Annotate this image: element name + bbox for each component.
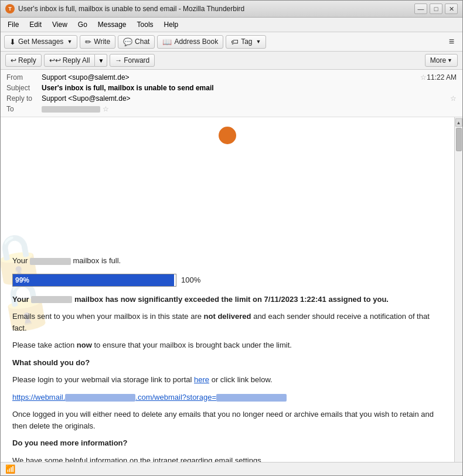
main-window: T User's inbox is full, mailbox is unabl… xyxy=(0,0,463,476)
app-icon: T xyxy=(5,4,15,13)
menu-go[interactable]: Go xyxy=(73,19,92,30)
get-messages-arrow[interactable]: ▼ xyxy=(67,39,72,45)
from-star-icon[interactable]: ☆ xyxy=(420,73,427,81)
what-heading: What should you do? xyxy=(12,357,442,369)
tag-icon: 🏷 xyxy=(231,38,239,46)
forward-button[interactable]: → Forward xyxy=(110,54,155,67)
menu-view[interactable]: View xyxy=(47,19,72,30)
menu-edit[interactable]: Edit xyxy=(25,19,46,30)
write-icon: ✏ xyxy=(85,38,91,46)
progress-bar-inner: 99% xyxy=(13,274,174,286)
reply-all-group: ↩↩ Reply All ▼ xyxy=(44,54,108,67)
replyto-row: Reply to Support <Supo@salemt.de> ☆ xyxy=(6,93,457,104)
username-blurred-2 xyxy=(31,296,72,303)
menu-tools[interactable]: Tools xyxy=(132,19,158,30)
more-arrow-icon: ▼ xyxy=(447,57,452,63)
paragraph-4: Please take action now to ensure that yo… xyxy=(12,339,442,351)
progress-bar-outer: 99% xyxy=(12,274,176,287)
email-content: 🔒🔒 Your mailbox is full. 99% xyxy=(1,117,454,462)
paragraph-2: Your mailbox has now significantly excee… xyxy=(12,294,442,305)
paragraph-6: Once logged in you will either need to d… xyxy=(12,409,442,431)
reply-all-dropdown[interactable]: ▼ xyxy=(95,54,107,67)
content-area: 🔒🔒 Your mailbox is full. 99% xyxy=(1,117,462,462)
paragraph-1: Your mailbox is full. xyxy=(12,255,442,267)
statusbar: 📶 xyxy=(1,462,462,475)
username-blurred-1 xyxy=(30,258,71,265)
reply-button[interactable]: ↩ Reply xyxy=(5,54,42,67)
minimize-button[interactable]: — xyxy=(414,4,427,14)
email-time: 11:22 AM xyxy=(427,73,457,81)
chat-icon: 💬 xyxy=(123,38,132,46)
write-button[interactable]: ✏ Write xyxy=(80,35,115,49)
message-toolbar: ↩ Reply ↩↩ Reply All ▼ → Forward More ▼ xyxy=(1,52,462,70)
maximize-button[interactable]: □ xyxy=(430,4,442,14)
email-body: 🔒🔒 Your mailbox is full. 99% xyxy=(1,151,454,462)
paragraph-7: We have some helpful information on the … xyxy=(12,455,442,463)
main-toolbar: ⬇ Get Messages ▼ ✏ Write 💬 Chat 📖 Addres… xyxy=(1,32,462,52)
to-star-icon[interactable]: ☆ xyxy=(103,105,109,113)
progress-area: 99% 100% xyxy=(12,274,442,287)
scroll-up-arrow[interactable]: ▲ xyxy=(455,118,462,127)
watermark: 🔒🔒 xyxy=(1,165,424,332)
from-value: Support <supo@salemt.de> xyxy=(42,73,418,81)
to-value-blurred xyxy=(42,106,100,113)
more-button[interactable]: More ▼ xyxy=(425,54,458,67)
email-logo xyxy=(219,127,236,144)
replyto-value: Support <Supo@salemt.de> xyxy=(42,94,448,103)
storage-url-link[interactable]: https://webmail..com/webmail?storage= xyxy=(12,393,287,402)
chat-button[interactable]: 💬 Chat xyxy=(118,35,155,49)
url-line: https://webmail..com/webmail?storage= xyxy=(12,392,442,403)
get-messages-icon: ⬇ xyxy=(9,38,16,46)
window-controls: — □ ✕ xyxy=(414,4,458,14)
titlebar-left: T User's inbox is full, mailbox is unabl… xyxy=(5,4,244,13)
from-row: From Support <supo@salemt.de> ☆ 11:22 AM xyxy=(6,72,457,83)
email-logo-area xyxy=(1,117,454,151)
url-token-blurred xyxy=(216,394,287,402)
menubar: File Edit View Go Message Tools Help xyxy=(1,18,462,32)
scroll-thumb[interactable] xyxy=(456,128,462,151)
reply-icon: ↩ xyxy=(11,56,16,64)
menu-message[interactable]: Message xyxy=(93,19,131,30)
subject-row: Subject User's inbox is full, mailbox is… xyxy=(6,83,457,93)
menu-file[interactable]: File xyxy=(3,19,23,30)
address-book-icon: 📖 xyxy=(162,38,172,46)
paragraph-3: Emails sent to you when your mailbox is … xyxy=(12,311,442,334)
hamburger-button[interactable]: ≡ xyxy=(444,35,459,49)
tag-button[interactable]: 🏷 Tag ▼ xyxy=(226,35,266,49)
menu-help[interactable]: Help xyxy=(159,19,183,30)
titlebar: T User's inbox is full, mailbox is unabl… xyxy=(1,1,462,18)
replyto-star-icon[interactable]: ☆ xyxy=(450,94,457,103)
window-title: User's inbox is full, mailbox is unable … xyxy=(18,5,244,13)
signal-icon: 📶 xyxy=(5,464,15,474)
subject-value: User's inbox is full, mailbox is unable … xyxy=(42,84,457,92)
email-header: From Support <supo@salemt.de> ☆ 11:22 AM… xyxy=(1,70,462,117)
reply-all-button[interactable]: ↩↩ Reply All xyxy=(44,54,96,67)
progress-percent: 99% xyxy=(15,275,29,285)
to-label: To xyxy=(6,105,42,113)
progress-bar-container: 99% 100% xyxy=(12,274,442,287)
scrollbar[interactable]: ▲ xyxy=(454,117,462,462)
to-row: To ☆ xyxy=(6,104,457,114)
get-messages-button[interactable]: ⬇ Get Messages ▼ xyxy=(4,35,77,49)
forward-icon: → xyxy=(115,56,122,64)
url-domain-blurred xyxy=(65,394,135,402)
do-you-heading: Do you need more information? xyxy=(12,437,442,449)
reply-all-icon: ↩↩ xyxy=(49,56,61,64)
subject-label: Subject xyxy=(6,84,42,92)
replyto-label: Reply to xyxy=(6,94,42,103)
progress-100-label: 100% xyxy=(181,274,200,286)
close-button[interactable]: ✕ xyxy=(445,4,458,14)
from-label: From xyxy=(6,73,42,81)
here-link[interactable]: here xyxy=(194,375,209,384)
paragraph-5: Please login to your webmail via storage… xyxy=(12,374,442,386)
tag-arrow[interactable]: ▼ xyxy=(256,39,261,45)
address-book-button[interactable]: 📖 Address Book xyxy=(157,35,223,49)
